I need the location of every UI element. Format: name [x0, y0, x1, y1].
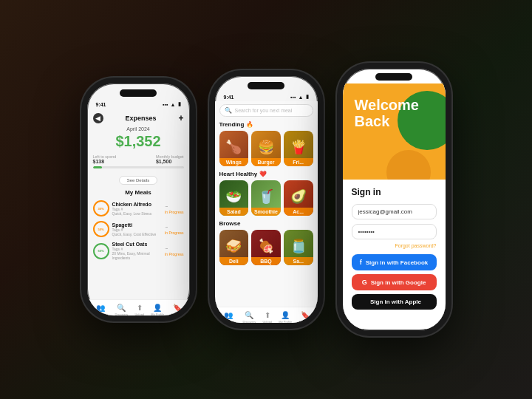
upload-icon: ⬆ [137, 304, 143, 312]
p2-search-bar[interactable]: 🔍 Search for you next meal [219, 104, 313, 117]
dynamic-island-3 [375, 73, 412, 81]
browse-label: Browse [219, 220, 241, 227]
sa-food-icon: 🫙 [290, 238, 307, 254]
food-card-wings[interactable]: 🍗 Wings [219, 131, 249, 166]
apple-signin-button[interactable]: Sign in with Apple [352, 294, 437, 310]
meal-desc-3: 20 Mins, Easy, Minimal Ingredients [112, 251, 162, 260]
nav2-community-label: Community [221, 320, 236, 324]
email-input[interactable] [352, 204, 437, 219]
search-placeholder-text: Search for you next meal [235, 108, 293, 113]
meal-right-3: ··· In Progress [165, 245, 184, 256]
p1-budget-row: Left to spend $138 Monthly budget $1,500 [93, 154, 184, 164]
nav2-discovery-label: Discovery [243, 320, 256, 324]
favorites-icon: 🔖 [173, 304, 182, 312]
phone2-bottom-nav: 👥 Community 🔍 Discovery ⬆ Upload 👤 My Pr… [215, 307, 318, 327]
p1-title: Expenses [125, 115, 156, 122]
nav2-favorites-label: Favorites [299, 320, 310, 324]
p1-add-icon[interactable]: + [178, 113, 183, 123]
food-card-bbq[interactable]: 🍖 BBQ [251, 230, 281, 265]
time-2: 9:41 [224, 95, 234, 100]
nav-profile[interactable]: 👤 My Profile [151, 304, 164, 316]
discovery-icon-2: 🔍 [245, 311, 253, 319]
nav2-upload[interactable]: ⬆ Upload [262, 311, 272, 324]
burger-label: Burger [251, 158, 281, 166]
nav-upload-label: Upload [134, 313, 144, 316]
deli-food-icon: 🥪 [225, 238, 242, 254]
meal-desc-1: Quick, Easy, Low Stress [112, 211, 162, 216]
google-label: Sign in with Google [371, 279, 426, 286]
food-card-burger[interactable]: 🍔 Burger [251, 131, 281, 166]
google-signin-button[interactable]: G Sign in with Google [352, 274, 437, 290]
p1-amount: $1,352 [93, 133, 184, 150]
forgot-password-link[interactable]: Forgot password? [352, 243, 437, 248]
heart-healthy-title: Heart Healthy ❤️ [219, 171, 313, 177]
wifi-icon-2: ▲ [299, 95, 304, 100]
p1-progress [93, 166, 184, 168]
fri-label: Fri... [284, 158, 313, 166]
signal-icon-1: ▪▪▪ [163, 102, 168, 107]
browse-title: Browse [219, 220, 313, 227]
p1-left-spend: Left to spend $138 [93, 154, 117, 164]
food-card-salad[interactable]: 🥗 Salad [219, 180, 249, 216]
nav-discovery-label: Discovery [115, 313, 129, 316]
heart-icon: ❤️ [259, 171, 267, 177]
meal-dots-2[interactable]: ··· [165, 224, 184, 231]
food-card-smoothie[interactable]: 🥤 Smoothie [251, 180, 281, 216]
p1-my-meals-title: My Meals [93, 189, 184, 196]
nav2-favorites[interactable]: 🔖 Favorites [299, 311, 310, 324]
fire-icon: 🔥 [246, 121, 253, 128]
browse-section: Browse 🥪 Deli 🍖 BBQ 🫙 Sa... [219, 220, 313, 265]
meal-dots-3[interactable]: ··· [165, 245, 184, 252]
food-card-sa[interactable]: 🫙 Sa... [284, 230, 313, 265]
phone3-screen: Welcome Back Sign in Forgot password? f … [343, 83, 446, 329]
status-bar-1: 9:41 ▪▪▪ ▲ ▮ [87, 100, 190, 109]
browse-grid: 🥪 Deli 🍖 BBQ 🫙 Sa... [219, 230, 313, 265]
heart-healthy-label: Heart Healthy [219, 171, 258, 177]
sa-label: Sa... [284, 257, 313, 265]
status-bar-2: 9:41 ▪▪▪ ▲ ▮ [215, 92, 318, 101]
nav-upload[interactable]: ⬆ Upload [134, 304, 144, 316]
nav2-profile[interactable]: 👤 My Profile [279, 311, 292, 324]
p1-progress-fill [93, 166, 102, 168]
meal-circle-1: 30% [93, 200, 109, 216]
upload-icon-2: ⬆ [265, 311, 270, 319]
time-1: 9:41 [96, 102, 106, 107]
facebook-signin-button[interactable]: f Sign in with Facebook [352, 254, 437, 270]
meal-item-2: 50% Spagetti Tags # Quick, Easy, Cost Ef… [93, 221, 184, 237]
password-input[interactable] [352, 224, 437, 239]
meal-name-2: Spagetti [112, 222, 162, 228]
nav-favorites-label: Favorites [171, 313, 183, 316]
trending-title: Trending 🔥 [219, 121, 313, 128]
nav2-community[interactable]: 👥 Community [221, 311, 236, 324]
food-card-ac[interactable]: 🥑 Ac... [284, 180, 313, 216]
ac-label: Ac... [284, 208, 313, 216]
see-details-button[interactable]: See Details [119, 176, 158, 185]
phone1-bottom-nav: 👥 Community 🔍 Discovery ⬆ Upload 👤 My Pr… [87, 299, 190, 320]
profile-icon-2: 👤 [281, 311, 290, 319]
smoothie-food-icon: 🥤 [258, 188, 274, 205]
wings-food-icon: 🍗 [225, 139, 242, 155]
apple-label: Sign in with Apple [370, 299, 421, 305]
nav-discovery[interactable]: 🔍 Discovery [115, 304, 129, 316]
food-card-fri[interactable]: 🍟 Fri... [284, 131, 313, 166]
p3-top-area: Welcome Back [343, 83, 446, 180]
nav2-discovery[interactable]: 🔍 Discovery [243, 311, 256, 324]
nav-favorites[interactable]: 🔖 Favorites [171, 304, 183, 316]
p3-signin-title: Sign in [352, 187, 437, 197]
dynamic-island-2 [248, 82, 284, 89]
heart-healthy-section: Heart Healthy ❤️ 🥗 Salad 🥤 Smoothie 🥑 Ac… [219, 171, 313, 216]
food-card-deli[interactable]: 🥪 Deli [219, 230, 249, 265]
p1-monthly: Monthly budget $1,500 [156, 154, 184, 164]
nav-community-label: Community [93, 313, 108, 316]
meal-status-3: In Progress [165, 252, 184, 256]
meal-dots-1[interactable]: ··· [165, 203, 184, 210]
p1-back-circle[interactable]: ◀ [93, 113, 103, 123]
ac-food-icon: 🥑 [290, 188, 307, 205]
google-icon: G [362, 279, 367, 286]
fri-food-icon: 🍟 [290, 139, 307, 155]
dynamic-island-1 [120, 89, 157, 97]
nav-community[interactable]: 👥 Community [93, 304, 108, 316]
profile-icon: 👤 [153, 304, 162, 312]
meal-name-3: Steel Cut Oats [112, 242, 162, 247]
smoothie-label: Smoothie [251, 208, 281, 216]
